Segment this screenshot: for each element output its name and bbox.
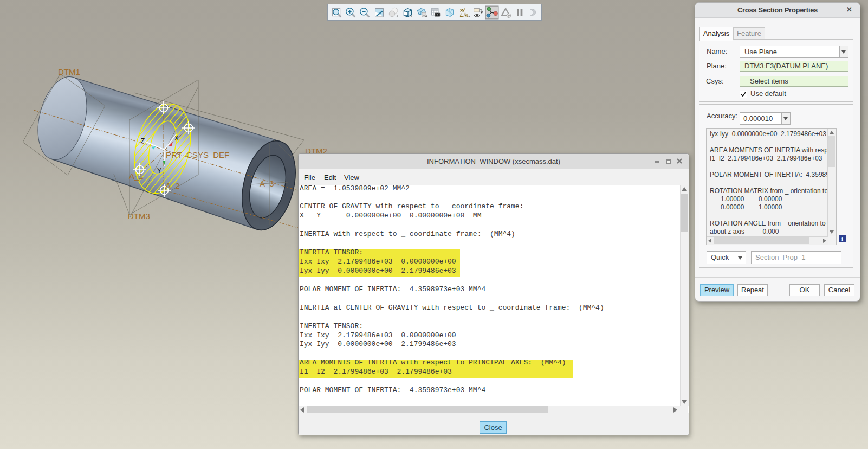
svg-text:Y: Y xyxy=(157,167,161,175)
svg-text:DTM3: DTM3 xyxy=(128,211,150,221)
svg-text:A_2: A_2 xyxy=(165,181,180,190)
svg-text:X: X xyxy=(174,134,179,142)
svg-text:A_3: A_3 xyxy=(260,179,274,188)
svg-text:PRT_CSYS_DEF: PRT_CSYS_DEF xyxy=(166,150,229,159)
svg-text:Z: Z xyxy=(141,137,145,145)
svg-text:A_1: A_1 xyxy=(129,171,144,181)
svg-text:DTM1: DTM1 xyxy=(58,67,80,76)
